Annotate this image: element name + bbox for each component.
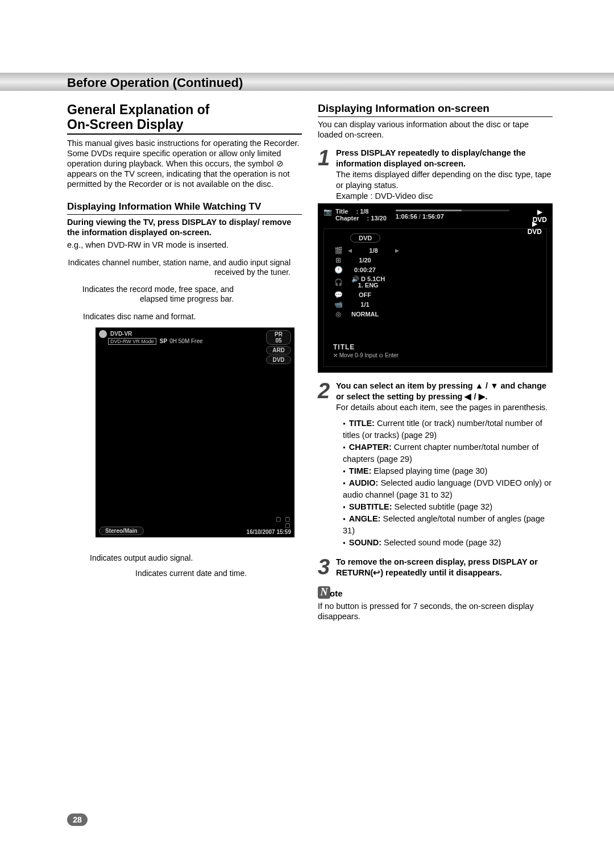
subheading-watching-tv: Displaying Information While Watching TV — [67, 201, 302, 215]
step1-text: The items displayed differ depending on … — [336, 170, 551, 190]
bullets-list: TITLE: Current title (or track) number/t… — [343, 418, 553, 549]
step2-bold: You can select an item by pressing ▲ / ▼… — [336, 381, 546, 401]
osd-footer-title: TITLE — [333, 343, 542, 351]
disc-icon — [99, 330, 107, 338]
step-number-1: 1 — [318, 149, 331, 166]
callout-channel: Indicates channel number, station name, … — [67, 258, 291, 277]
osd-elapsed: 1:06:56 — [396, 213, 417, 220]
osd-total: 1:56:07 — [422, 213, 444, 220]
osd-title-label: Title — [335, 208, 348, 215]
osd-panel: DVD ▶ DVD 🎬◀1/8▶ ⊞1/20 🕐0:00:27 🎧🔊 D 5.1… — [323, 228, 547, 367]
subheading-info-onscreen: Displaying Information on-screen — [318, 102, 553, 117]
camera-icon: 📷 — [323, 208, 332, 216]
disc-type-label: DVD-VR — [109, 331, 133, 337]
step-number-3: 3 — [318, 558, 331, 575]
subtitle-icon: 💬 — [333, 291, 343, 299]
step1-bold: Press DISPLAY repeatedly to display/chan… — [336, 148, 526, 168]
bullet-subtitle: Selected subtitle (page 32) — [392, 502, 493, 511]
dvd-label-2: DVD — [528, 228, 542, 236]
angle-icon: 📹 — [333, 301, 343, 308]
row-title: 1/8 — [356, 247, 391, 254]
sound-icon: ◎ — [333, 310, 343, 318]
panel-dvd-pill: DVD — [350, 233, 380, 243]
step3-bold: To remove the on-screen display, press D… — [336, 557, 538, 577]
osd-screenshot: 📷 Title : 1/8 Chapter : 13/20 1:06:56 — [318, 203, 553, 373]
chapter-icon: ⊞ — [333, 256, 343, 264]
step-2: 2 You can select an item by pressing ▲ /… — [318, 381, 553, 549]
note-ote: ote — [330, 589, 343, 598]
osd-chapter-value: 13/20 — [371, 215, 387, 222]
play-icon: ▶ — [533, 208, 547, 216]
bullet-time-label: TIME: — [349, 466, 371, 475]
example-note: e.g., when DVD-RW in VR mode is inserted… — [67, 240, 302, 250]
audio-icon: 🎧 — [333, 278, 343, 286]
row-angle: 1/1 — [348, 301, 382, 308]
page-number: 28 — [67, 813, 88, 826]
left-column: General Explanation of On-Screen Display… — [67, 102, 302, 621]
audio-signal: Stereo/Main — [99, 527, 144, 535]
display-instruction: During viewing the TV, press DISPLAY to … — [67, 217, 302, 237]
row-sound: NORMAL — [348, 310, 382, 318]
note-n-icon: N — [318, 586, 330, 599]
bullet-chapter-label: CHAPTER: — [349, 443, 392, 452]
tv-screenshot: DVD-VR DVD-RW VR Mode SP 0H 50M Free PR … — [96, 327, 294, 537]
note-body: If no button is pressed for 7 seconds, t… — [318, 601, 553, 621]
row-subtitle: OFF — [348, 291, 382, 299]
bullet-title-label: TITLE: — [349, 419, 375, 428]
title-icon: 🎬 — [333, 247, 343, 254]
dvd-label: DVD — [533, 216, 547, 224]
bullet-time: Elapsed playing time (page 30) — [371, 466, 487, 475]
mini-icons: ▢ ▢▢ — [247, 516, 291, 528]
section-header: Before Operation (Continued) — [67, 74, 553, 92]
progress-bar — [396, 210, 509, 211]
row-audio-line2: 1. ENG — [358, 282, 379, 289]
channel-pill: PR 05 — [266, 330, 291, 345]
row-chapter: 1/20 — [348, 256, 382, 264]
heading-line1: General Explanation of — [67, 102, 210, 117]
callout-audio-signal: Indicates output audio signal. — [90, 553, 302, 563]
step-3: 3 To remove the on-screen display, press… — [318, 557, 553, 578]
callout-disc-name: Indicates disc name and format. — [83, 312, 302, 322]
bullet-angle-label: ANGLE: — [349, 514, 381, 523]
row-time: 0:00:27 — [348, 266, 382, 274]
heading-line2: On-Screen Display — [67, 117, 184, 132]
step2-text: For details about each item, see the pag… — [336, 403, 547, 412]
time-icon: 🕐 — [333, 266, 343, 274]
bullet-subtitle-label: SUBTITLE: — [349, 502, 392, 511]
step-number-2: 2 — [318, 382, 331, 399]
step-1: 1 Press DISPLAY repeatedly to display/ch… — [318, 148, 553, 201]
right-intro: You can display various information abou… — [318, 119, 553, 140]
datetime: 16/10/2007 15:59 — [247, 529, 291, 535]
callout-record-mode: Indicates the record mode, free space, a… — [67, 285, 234, 304]
step1-example: Example : DVD-Video disc — [336, 191, 433, 201]
bullet-sound-label: SOUND: — [349, 538, 381, 547]
format-box: DVD-RW VR Mode — [108, 338, 156, 345]
note-heading: N ote — [318, 586, 553, 599]
osd-chapter-label: Chapter — [335, 215, 359, 222]
callout-datetime: Indicates current date and time. — [135, 569, 302, 578]
media-pill: DVD — [266, 356, 291, 364]
free-space: 0H 50M Free — [169, 338, 202, 344]
osd-title-value: 1/8 — [360, 208, 368, 215]
intro-paragraph: This manual gives basic instructions for… — [67, 138, 302, 190]
osd-footer-hint: ⤧ Move 0-9 Input ⊙ Enter — [333, 352, 542, 358]
bullet-audio-label: AUDIO: — [349, 478, 379, 487]
station-pill: ARD — [266, 346, 291, 354]
main-heading: General Explanation of On-Screen Display — [67, 102, 302, 135]
bullet-sound: Selected sound mode (page 32) — [381, 538, 501, 547]
right-column: Displaying Information on-screen You can… — [318, 102, 553, 621]
rec-mode: SP — [160, 338, 167, 344]
